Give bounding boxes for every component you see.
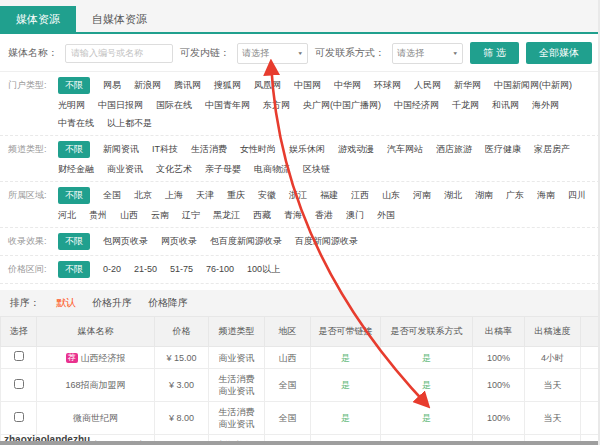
filter-option[interactable]: 香港 bbox=[315, 209, 333, 222]
filter-option[interactable]: 人民网 bbox=[414, 79, 441, 92]
filter-option[interactable]: 全国 bbox=[103, 189, 121, 202]
filter-row-index-effect: 收录效果: 不限 包网页收录网页收录包百度新闻源收录百度新闻源收录 bbox=[0, 228, 600, 256]
price-cell: ¥ 8.00 bbox=[155, 402, 209, 435]
filter-option[interactable]: 汽车网站 bbox=[387, 143, 423, 156]
filter-option[interactable]: 环球网 bbox=[374, 79, 401, 92]
filter-button[interactable]: 筛 选 bbox=[470, 42, 519, 64]
filter-option[interactable]: 51-75 bbox=[170, 263, 193, 276]
filter-option[interactable]: 搜狐网 bbox=[214, 79, 241, 92]
filter-option[interactable]: 网页收录 bbox=[161, 235, 197, 248]
inner-link-label: 可发内链： bbox=[180, 46, 230, 60]
filter-option[interactable]: 天津 bbox=[196, 189, 214, 202]
filter-option[interactable]: 百度新闻源收录 bbox=[295, 235, 358, 248]
filter-option[interactable]: 千龙网 bbox=[452, 99, 479, 112]
row-checkbox[interactable] bbox=[14, 351, 24, 361]
filter-option[interactable]: 和讯网 bbox=[492, 99, 519, 112]
filter-option[interactable]: 76-100 bbox=[206, 263, 234, 276]
filter-option[interactable]: 文化艺术 bbox=[156, 163, 192, 176]
filter-option[interactable]: 贵州 bbox=[89, 209, 107, 222]
filter-option[interactable]: 生活消费 bbox=[191, 143, 227, 156]
filter-option[interactable]: 广东 bbox=[506, 189, 524, 202]
filter-option[interactable]: 重庆 bbox=[227, 189, 245, 202]
filter-option[interactable]: 腾讯网 bbox=[174, 79, 201, 92]
sort-price-desc[interactable]: 价格降序 bbox=[148, 296, 188, 310]
filter-option[interactable]: 江西 bbox=[351, 189, 369, 202]
filter-option[interactable]: 医疗健康 bbox=[485, 143, 521, 156]
inner-link-select-value: 请选择 bbox=[242, 47, 269, 60]
tab-self-media-resource[interactable]: 自媒体资源 bbox=[76, 6, 163, 32]
filter-option[interactable]: 青海 bbox=[284, 209, 302, 222]
filter-option[interactable]: 新浪网 bbox=[134, 79, 161, 92]
tab-media-resource[interactable]: 媒体资源 bbox=[0, 6, 76, 32]
filter-option[interactable]: 21-50 bbox=[134, 263, 157, 276]
sort-bar: 排序： 默认 价格升序 价格降序 bbox=[0, 290, 600, 316]
filter-option[interactable]: 湖南 bbox=[475, 189, 493, 202]
filter-option[interactable]: 商业资讯 bbox=[107, 163, 143, 176]
filter-option[interactable]: 北京 bbox=[134, 189, 152, 202]
filter-option[interactable]: 湖北 bbox=[444, 189, 462, 202]
filter-option[interactable]: 中国经济网 bbox=[394, 99, 439, 112]
row-checkbox[interactable] bbox=[14, 412, 24, 422]
filter-option[interactable]: 包网页收录 bbox=[103, 235, 148, 248]
filter-option[interactable]: 游戏动漫 bbox=[338, 143, 374, 156]
filter-option[interactable]: IT科技 bbox=[152, 143, 178, 156]
filter-option[interactable]: 央广网(中国广播网) bbox=[303, 99, 381, 112]
inner-link-select[interactable]: 请选择 ▼ bbox=[237, 43, 308, 64]
filter-option[interactable]: 河北 bbox=[58, 209, 76, 222]
all-media-button[interactable]: 全部媒体 bbox=[526, 42, 592, 64]
filter-option[interactable]: 中青在线 bbox=[58, 117, 94, 130]
filter-option[interactable]: 福建 bbox=[320, 189, 338, 202]
filter-option[interactable]: 澳门 bbox=[346, 209, 364, 222]
filter-option-selected[interactable]: 不限 bbox=[58, 187, 90, 204]
filter-option[interactable]: 山西 bbox=[120, 209, 138, 222]
filter-option[interactable]: 区块链 bbox=[303, 163, 330, 176]
sort-price-asc[interactable]: 价格升序 bbox=[92, 296, 132, 310]
filter-option[interactable]: 中国青年网 bbox=[205, 99, 250, 112]
filter-option-selected[interactable]: 不限 bbox=[58, 141, 90, 158]
filter-option[interactable]: 中国新闻网(中新网) bbox=[494, 79, 572, 92]
filter-option[interactable]: 以上都不是 bbox=[107, 117, 152, 130]
filter-option[interactable]: 家居房产 bbox=[534, 143, 570, 156]
sort-default[interactable]: 默认 bbox=[56, 296, 76, 310]
filter-option[interactable]: 新华网 bbox=[454, 79, 481, 92]
filter-option[interactable]: 海南 bbox=[537, 189, 555, 202]
filter-option[interactable]: 娱乐休闲 bbox=[289, 143, 325, 156]
recommend-badge-icon: 荐 bbox=[66, 353, 78, 363]
filter-option[interactable]: 云南 bbox=[151, 209, 169, 222]
filter-option[interactable]: 0-20 bbox=[103, 263, 121, 276]
filter-option[interactable]: 100以上 bbox=[247, 263, 280, 276]
filter-option[interactable]: 四川 bbox=[568, 189, 586, 202]
filter-option[interactable]: 西藏 bbox=[253, 209, 271, 222]
filter-option[interactable]: 河南 bbox=[413, 189, 431, 202]
filter-option-selected[interactable]: 不限 bbox=[58, 77, 90, 94]
filter-option[interactable]: 中国日报网 bbox=[98, 99, 143, 112]
filter-option[interactable]: 凤凰网 bbox=[254, 79, 281, 92]
filter-option-selected[interactable]: 不限 bbox=[58, 261, 90, 278]
filter-option[interactable]: 上海 bbox=[165, 189, 183, 202]
contact-method-select[interactable]: 请选择 ▼ bbox=[392, 43, 463, 64]
row-checkbox[interactable] bbox=[14, 379, 24, 389]
filter-option[interactable]: 新闻资讯 bbox=[103, 143, 139, 156]
filter-option[interactable]: 辽宁 bbox=[182, 209, 200, 222]
filter-option[interactable]: 山东 bbox=[382, 189, 400, 202]
filter-option[interactable]: 国际在线 bbox=[156, 99, 192, 112]
filter-option[interactable]: 浙江 bbox=[289, 189, 307, 202]
filter-option[interactable]: 安徽 bbox=[258, 189, 276, 202]
filter-option[interactable]: 中国网 bbox=[294, 79, 321, 92]
filter-option-selected[interactable]: 不限 bbox=[58, 233, 90, 250]
filter-option[interactable]: 东方网 bbox=[263, 99, 290, 112]
filter-option[interactable]: 黑龙江 bbox=[213, 209, 240, 222]
filter-option[interactable]: 海外网 bbox=[532, 99, 559, 112]
filter-option[interactable]: 亲子母婴 bbox=[205, 163, 241, 176]
filter-option[interactable]: 电商物流 bbox=[254, 163, 290, 176]
table-row: 荐山西经济报 ¥ 15.00 商业资讯 山西 是 是 100% 4小时 bbox=[1, 347, 600, 369]
filter-option[interactable]: 外国 bbox=[377, 209, 395, 222]
filter-option[interactable]: 中华网 bbox=[334, 79, 361, 92]
filter-option[interactable]: 女性时尚 bbox=[240, 143, 276, 156]
media-name-input[interactable] bbox=[65, 44, 173, 63]
filter-option[interactable]: 酒店旅游 bbox=[436, 143, 472, 156]
filter-option[interactable]: 财经金融 bbox=[58, 163, 94, 176]
filter-option[interactable]: 包百度新闻源收录 bbox=[210, 235, 282, 248]
filter-option[interactable]: 光明网 bbox=[58, 99, 85, 112]
filter-option[interactable]: 网易 bbox=[103, 79, 121, 92]
